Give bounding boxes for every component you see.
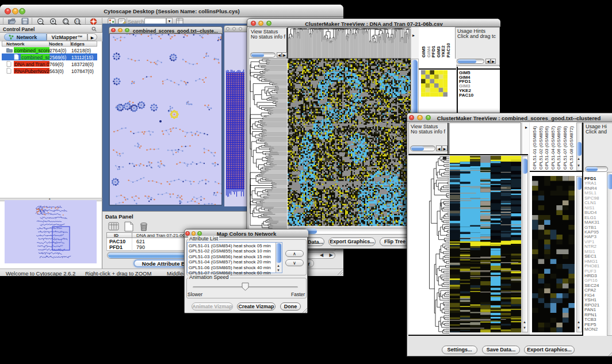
svg-text:1:1: 1:1 xyxy=(75,20,79,23)
